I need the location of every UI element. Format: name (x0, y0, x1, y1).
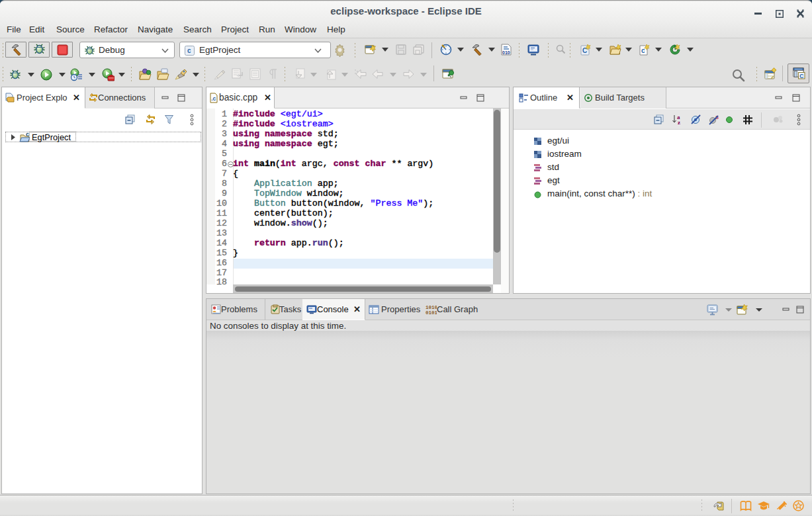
svg-text:1010: 1010 (426, 305, 437, 310)
svg-text:C: C (799, 73, 803, 79)
svg-text:0101: 0101 (426, 310, 437, 315)
svg-text:c: c (187, 47, 191, 54)
svg-text:010: 010 (502, 50, 510, 55)
svg-text:.c: .c (211, 95, 216, 102)
svg-text:z: z (678, 119, 680, 126)
